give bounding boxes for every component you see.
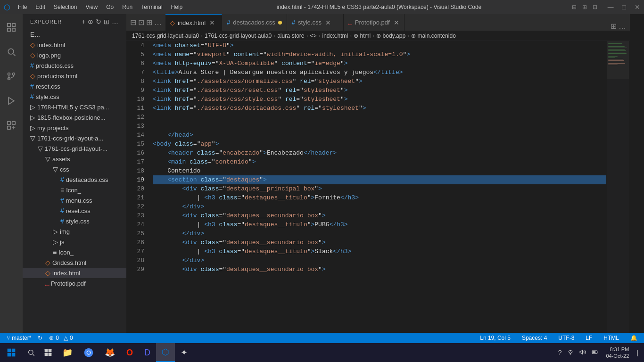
tray-volume-icon[interactable] <box>578 348 588 358</box>
show-desktop-icon[interactable]: | <box>635 348 640 357</box>
sidebar-item-prototipo-pdf[interactable]: ⎵ Prototipo.pdf <box>23 278 126 288</box>
breadcrumb-part1[interactable]: 1761-ccs-grid-layout-aula0 <box>132 33 199 39</box>
status-language[interactable]: HTML <box>601 333 622 343</box>
status-spaces[interactable]: Spaces: 4 <box>519 333 550 343</box>
search-button[interactable] <box>23 343 40 362</box>
status-encoding[interactable]: UTF-8 <box>555 333 577 343</box>
status-sync[interactable]: ↻ <box>35 333 45 343</box>
sidebar-item-style-css2[interactable]: # style.css <box>23 216 126 226</box>
sidebar-item-gridcss[interactable]: ◇ Gridcss.html <box>23 257 126 268</box>
menu-go[interactable]: Go <box>102 2 117 12</box>
tab-destacados-css[interactable]: # destacados.css <box>222 14 287 31</box>
code-content[interactable]: <meta charset="UTF-8"> <meta name="viewp… <box>149 41 606 333</box>
editor-more-icon[interactable]: … <box>619 22 626 31</box>
ln-28: 28 <box>126 256 144 265</box>
tab-split-icon[interactable]: ⊞ <box>146 18 152 27</box>
split-icon[interactable]: ⊞ <box>582 4 587 10</box>
tab-left-icons[interactable]: ⊟ <box>130 18 136 27</box>
taskbar-opera[interactable]: O <box>121 343 139 362</box>
sidebar-item-productos-css[interactable]: # productos.css <box>23 60 126 71</box>
tab-close-style[interactable]: ✕ <box>325 19 331 26</box>
tab-prototipo-pdf[interactable]: ⎵ Prototipo.pdf ✕ <box>344 14 405 31</box>
menu-selection[interactable]: Selection <box>50 2 81 12</box>
menu-run[interactable]: Run <box>118 2 136 12</box>
close-button[interactable]: ✕ <box>635 3 640 11</box>
ln-27: 27 <box>126 247 144 256</box>
status-cursor[interactable]: Ln 19, Col 5 <box>477 333 513 343</box>
tab-close-index-html[interactable]: ✕ <box>209 19 215 26</box>
sidebar-item-1761-b[interactable]: ▽ 1761-ccs-grid-layout-... <box>23 143 126 154</box>
breadcrumb-part2[interactable]: 1761-ccs-grid-layout-aula0 <box>205 33 272 39</box>
code-editor[interactable]: 4 5 6 7 8 9 10 11 12 13 14 15 16 17 18 1… <box>126 41 630 333</box>
sidebar-item-1815[interactable]: ▷ 1815-flexbox-posicione... <box>23 112 126 123</box>
more-icon[interactable]: … <box>112 18 119 25</box>
status-errors[interactable]: ⊗ 0 △ 0 <box>46 333 75 343</box>
refresh-icon[interactable]: ↻ <box>96 18 102 25</box>
menu-edit[interactable]: Edit <box>32 2 49 12</box>
sidebar-item-icon2[interactable]: ≡ Icon_ <box>23 247 126 257</box>
tray-battery-icon[interactable] <box>590 348 600 358</box>
sidebar-item-js[interactable]: ▷ js <box>23 237 126 247</box>
sidebar-item-1761-a[interactable]: ▽ 1761-ccs-grid-layout-a... <box>23 133 126 143</box>
sidebar-item-1768[interactable]: ▷ 1768-HTML5 y CSS3 pa... <box>23 102 126 112</box>
maximize-button[interactable]: □ <box>622 3 626 11</box>
menu-view[interactable]: View <box>82 2 101 12</box>
sidebar-item-reset-css2[interactable]: # reset.css <box>23 206 126 216</box>
breadcrumb-part5[interactable]: index.html <box>322 33 348 39</box>
minimize-button[interactable]: ─ <box>608 2 614 12</box>
system-clock[interactable]: 8:31 PM 04-Oct-22 <box>602 346 633 360</box>
sidebar-item-my-projects[interactable]: ▷ my projects <box>23 123 126 133</box>
activity-explorer[interactable] <box>0 16 23 39</box>
tray-help-icon[interactable]: ? <box>556 348 564 357</box>
taskbar-file-explorer[interactable]: 📁 <box>57 343 78 362</box>
task-view-button[interactable] <box>40 343 57 362</box>
new-file-icon[interactable]: + <box>82 18 86 25</box>
breadcrumb-html[interactable]: ⊕ html <box>354 33 371 39</box>
activity-search[interactable] <box>0 41 23 63</box>
activity-source-control[interactable] <box>0 65 23 88</box>
taskbar-extra-app[interactable]: ✦ <box>175 343 193 362</box>
breadcrumb-main[interactable]: ⊕ main.contenido <box>411 33 456 39</box>
tab-style-css[interactable]: # style.css ✕ <box>287 14 344 31</box>
taskbar-discord[interactable]: D <box>139 343 156 362</box>
tab-index-html[interactable]: ◇ index.html ✕ <box>165 14 222 31</box>
svg-rect-38 <box>45 353 48 356</box>
activity-extensions[interactable] <box>0 114 23 137</box>
breadcrumb-part4[interactable]: <> <box>310 33 317 39</box>
tab-close-pdf[interactable]: ✕ <box>394 19 399 26</box>
menu-help[interactable]: Help <box>167 2 187 12</box>
breadcrumb-body[interactable]: ⊕ body.app <box>376 33 405 39</box>
sidebar-item-img[interactable]: ▷ img <box>23 226 126 237</box>
tab-more-icon[interactable]: … <box>154 18 162 27</box>
sidebar-item-icon-underbar[interactable]: ≡ Icon_ <box>23 185 126 195</box>
sidebar-item-assets[interactable]: ▽ assets <box>23 154 126 164</box>
layout-icon[interactable]: ⊟ <box>572 4 577 10</box>
menu-file[interactable]: File <box>14 2 31 12</box>
sidebar-item-productos-html[interactable]: ◇ productos.html <box>23 71 126 81</box>
status-line-ending[interactable]: LF <box>583 333 595 343</box>
taskbar-vscode[interactable]: ⬡ <box>156 343 175 362</box>
tab-right-icons[interactable]: ⊡ <box>138 18 144 27</box>
sidebar-item-reset-css[interactable]: # reset.css <box>23 81 126 91</box>
sidebar-item-index-html[interactable]: ◇ index.html <box>23 40 126 50</box>
sidebar-item-e[interactable]: E... <box>23 29 126 40</box>
activity-debug[interactable] <box>0 90 23 112</box>
start-button[interactable] <box>0 343 23 362</box>
taskbar-firefox[interactable]: 🦊 <box>99 343 121 362</box>
sidebar-item-index-html2[interactable]: ◇ index.html <box>23 268 126 278</box>
tray-network-icon[interactable] <box>565 348 576 358</box>
sidebar-item-destacados-css[interactable]: # destacados.css <box>23 174 126 185</box>
sidebar-item-css[interactable]: ▽ css <box>23 164 126 174</box>
new-folder-icon[interactable]: ⊕ <box>88 18 94 25</box>
layout2-icon[interactable]: ⊡ <box>593 4 597 10</box>
status-branch[interactable]: ⑂ master* <box>4 333 34 343</box>
breadcrumb-part3[interactable]: alura-store <box>277 33 304 39</box>
editor-layout-icon[interactable]: ⊞ <box>611 22 617 31</box>
menu-terminal[interactable]: Terminal <box>137 2 166 12</box>
sidebar-item-style-css[interactable]: # style.css <box>23 91 126 102</box>
taskbar-chrome[interactable] <box>78 343 99 362</box>
sidebar-item-menu-css[interactable]: # menu.css <box>23 195 126 206</box>
status-notifications[interactable]: 🔔 <box>627 333 640 343</box>
sidebar-item-logo-png[interactable]: ◇ logo.png <box>23 50 126 60</box>
collapse-icon[interactable]: ⊞ <box>104 18 110 25</box>
